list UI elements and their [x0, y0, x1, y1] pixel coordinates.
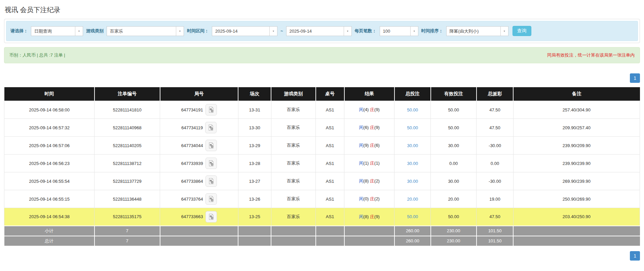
video-replay-icon[interactable] [205, 193, 217, 205]
date-from-value: 2025-09-14 [212, 27, 269, 36]
table-number-cell: AS1 [316, 155, 344, 172]
chevron-down-icon[interactable]: ▼ [269, 27, 277, 36]
game-category-cell: 百家乐 [271, 101, 315, 119]
bet-id-cell: 522811140968 [94, 119, 160, 137]
round-id-cell: 647733764 [160, 190, 238, 208]
payout-cell: 47.50 [477, 208, 514, 226]
player-label: 闲 [359, 161, 364, 166]
total-bet-cell: 50.00 [394, 119, 431, 137]
time-sort-label: 时间排序： [421, 28, 443, 34]
chevron-down-icon[interactable]: ▼ [344, 27, 351, 36]
chevron-down-icon[interactable]: ▼ [75, 27, 83, 36]
chevron-down-icon[interactable]: ▼ [500, 27, 508, 36]
remark-cell: 209.90/257.40 [513, 119, 640, 137]
game-category-cell: 百家乐 [271, 119, 315, 137]
round-id-value: 647734044 [181, 143, 203, 148]
date-to-picker[interactable]: 2025-09-14 ▼ [286, 26, 352, 36]
total-bet-link[interactable]: 50.00 [407, 125, 418, 130]
round-id-wrap: 647733939 [181, 158, 217, 169]
valid-bet-cell: 50.00 [431, 119, 477, 137]
result-cell: 闲(4) 庄(9) [344, 101, 394, 119]
remark-cell: 250.90/269.90 [513, 190, 640, 208]
bet-id-cell: 522811138712 [94, 155, 160, 172]
total-bet-link[interactable]: 50.00 [407, 214, 418, 219]
banker-score: (2) [374, 196, 380, 201]
total-bet-link[interactable]: 30.00 [407, 179, 418, 184]
round-id-wrap: 647733864 [181, 175, 217, 187]
result-cell: 闲(1) 庄(1) [344, 155, 394, 172]
query-type-label: 请选择： [10, 28, 28, 34]
game-category-cell: 百家乐 [271, 208, 315, 226]
page-1-button[interactable]: 1 [630, 251, 640, 261]
time-cell: 2025-09-14 06:54:38 [4, 208, 94, 226]
player-score: (0) [364, 196, 369, 201]
total-bet-cell: 50.00 [394, 208, 431, 226]
banker-label: 庄 [370, 107, 374, 112]
session-cell: 13-30 [238, 119, 271, 137]
total-valid-bet-cell: 230.00 [431, 236, 477, 246]
round-id-value: 647734191 [181, 107, 203, 112]
banker-score: (6) [374, 143, 380, 148]
chevron-down-icon[interactable]: ▼ [410, 27, 418, 36]
total-session-cell [238, 236, 271, 246]
banker-label: 庄 [370, 125, 374, 130]
round-id-value: 647733764 [181, 197, 203, 202]
total-bet-cell: 30.00 [394, 137, 431, 155]
table-footer: 小计7260.00230.00101.50总计7260.00230.00101.… [4, 226, 640, 246]
session-cell: 13-26 [238, 190, 271, 208]
date-from-picker[interactable]: 2025-09-14 ▼ [212, 26, 277, 36]
game-category-value: 百家乐 [107, 27, 176, 36]
time-sort-select[interactable]: 降冪(由大到小) ▼ [446, 26, 508, 36]
search-button[interactable]: 查询 [513, 26, 531, 36]
query-type-select[interactable]: 日期查询 ▼ [31, 26, 83, 36]
total-bet-cell: 30.00 [394, 172, 431, 190]
banker-score: (2) [374, 178, 380, 183]
player-label: 闲 [359, 178, 364, 183]
game-category-select[interactable]: 百家乐 ▼ [107, 26, 184, 36]
video-replay-icon[interactable] [205, 122, 217, 133]
total-count-cell: 7 [94, 236, 160, 246]
video-replay-icon[interactable] [205, 140, 217, 151]
remark-cell: 257.40/304.90 [513, 101, 640, 119]
subtotal-table-cell [316, 226, 344, 236]
subtotal-game-cell [271, 226, 315, 236]
table-row: 2025-09-14 06:55:15522811136448647733764… [4, 190, 640, 208]
table-number-cell: AS1 [316, 190, 344, 208]
round-id-wrap: 647734191 [181, 104, 217, 115]
video-replay-icon[interactable] [205, 158, 217, 169]
valid-bet-cell: 50.00 [431, 101, 477, 119]
subtotal-valid-bet-cell: 230.00 [431, 226, 477, 236]
total-bet-link[interactable]: 30.00 [407, 143, 418, 148]
total-bet-link[interactable]: 20.00 [407, 197, 418, 202]
page-size-select[interactable]: 100 ▼ [380, 26, 418, 36]
total-bet-link[interactable]: 30.00 [407, 161, 418, 166]
total-bet-link[interactable]: 50.00 [407, 107, 418, 112]
player-label: 闲 [359, 143, 364, 148]
time-cell: 2025-09-14 06:55:15 [4, 190, 94, 208]
total-table-cell [316, 236, 344, 246]
table-header-row: 时间注单编号局号场次游戏类别桌号结果总投注有效投注总派彩备注 [4, 87, 640, 101]
game-category-cell: 百家乐 [271, 137, 315, 155]
chevron-down-icon[interactable]: ▼ [176, 27, 184, 36]
film-glyph [208, 106, 215, 113]
time-cell: 2025-09-14 06:55:54 [4, 172, 94, 190]
film-glyph [208, 196, 215, 202]
banker-label: 庄 [370, 214, 374, 219]
time-sort-value: 降冪(由大到小) [447, 27, 500, 36]
valid-bet-cell: 50.00 [431, 208, 477, 226]
result-cell: 闲(9) 庄(6) [344, 137, 394, 155]
column-header-7: 总投注 [394, 87, 431, 101]
video-replay-icon[interactable] [205, 104, 217, 115]
table-number-cell: AS1 [316, 172, 344, 190]
round-id-value: 647733939 [181, 161, 203, 166]
session-cell: 13-31 [238, 101, 271, 119]
video-replay-icon[interactable] [205, 175, 217, 187]
bet-id-cell: 522811140205 [94, 137, 160, 155]
total-label-cell: 总计 [4, 236, 94, 246]
page-1-button[interactable]: 1 [630, 73, 640, 83]
banker-score: (1) [374, 161, 380, 166]
video-replay-icon[interactable] [205, 211, 217, 223]
total-bet-cell: 30.00 [394, 155, 431, 172]
subtotal-session-cell [238, 226, 271, 236]
round-id-cell: 647733663 [160, 208, 238, 226]
